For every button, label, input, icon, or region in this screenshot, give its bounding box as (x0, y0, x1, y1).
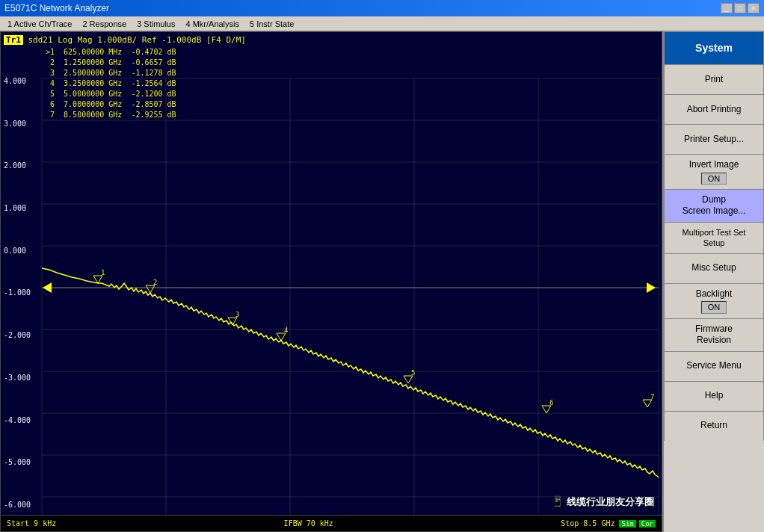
menu-response[interactable]: 2 Response (78, 19, 131, 29)
sidebar-return-btn[interactable]: Return (664, 411, 764, 441)
sidebar-system-btn[interactable]: System (664, 31, 764, 64)
status-indicators: Sim Cor (619, 520, 656, 528)
sidebar-invert-image-btn[interactable]: Invert Image ON (664, 154, 764, 189)
start-freq: Start 9 kHz (7, 519, 56, 528)
marker-5-symbol (404, 376, 413, 383)
svg-text:3: 3 (235, 311, 239, 318)
menu-mkr-analysis[interactable]: 4 Mkr/Analysis (181, 19, 244, 29)
sidebar-dump-screen-btn[interactable]: Dump Screen Image... (664, 189, 764, 222)
marker-2: 2 1.2500000 GHz -0.6657 dB (46, 58, 176, 68)
marker-5: 5 5.0000000 GHz -2.1200 dB (46, 89, 176, 99)
cor-badge: Cor (639, 520, 656, 528)
sidebar-abort-printing-btn[interactable]: Abort Printing (664, 94, 764, 124)
svg-text:7: 7 (650, 393, 654, 400)
sidebar-printer-setup-btn[interactable]: Printer Setup... (664, 124, 764, 154)
sidebar-multiport-btn[interactable]: Multiport Test Set Setup (664, 222, 764, 253)
markers-table: >1 625.00000 MHz -0.4702 dB 2 1.2500000 … (46, 47, 176, 120)
right-ref-arrow (647, 282, 656, 293)
trace-waveform (42, 268, 659, 477)
marker-1: >1 625.00000 MHz -0.4702 dB (46, 47, 176, 58)
chart-area: Tr1 sdd21 Log Mag 1.000dB/ Ref -1.000dB … (0, 31, 662, 532)
left-ref-arrow (43, 282, 52, 293)
minimize-button[interactable]: _ (721, 3, 733, 13)
svg-text:6: 6 (549, 399, 553, 406)
window-controls[interactable]: _ □ × (721, 3, 760, 13)
sidebar: System Print Abort Printing Printer Setu… (662, 31, 764, 532)
sidebar-firmware-btn[interactable]: Firmware Revision (664, 318, 764, 351)
menu-instr-state[interactable]: 5 Instr State (245, 19, 298, 29)
main-area: Tr1 sdd21 Log Mag 1.000dB/ Ref -1.000dB … (0, 31, 764, 532)
stop-freq: Stop 8.5 GHz (561, 519, 614, 528)
marker-7: 7 8.5000000 GHz -2.9255 dB (46, 110, 176, 120)
trace-label: Tr1 sdd21 Log Mag 1.000dB/ Ref -1.000dB … (4, 35, 246, 45)
invert-image-status: ON (701, 173, 727, 185)
sidebar-print-btn[interactable]: Print (664, 64, 764, 94)
sidebar-help-btn[interactable]: Help (664, 381, 764, 411)
maximize-button[interactable]: □ (734, 3, 746, 13)
title-bar: E5071C Network Analyzer _ □ × (0, 0, 764, 16)
trace-id: Tr1 (4, 35, 23, 45)
marker-4: 4 3.2500000 GHz -1.2564 dB (46, 78, 176, 89)
marker-3: 3 2.5000000 GHz -1.1278 dB (46, 68, 176, 78)
svg-text:5: 5 (411, 369, 415, 377)
marker-7-symbol (643, 400, 652, 407)
menu-bar: 1 Active Ch/Trace 2 Response 3 Stimulus … (0, 16, 764, 31)
svg-text:4: 4 (284, 327, 288, 334)
sim-badge: Sim (619, 520, 635, 528)
svg-text:2: 2 (153, 279, 157, 286)
marker-6: 6 7.0000000 GHz -2.8507 dB (46, 99, 176, 110)
trace-info: sdd21 Log Mag 1.000dB/ Ref -1.000dB [F4 … (28, 35, 246, 45)
backlight-status: ON (701, 301, 727, 313)
sidebar-backlight-btn[interactable]: Backlight ON (664, 283, 764, 318)
menu-stimulus[interactable]: 3 Stimulus (132, 19, 179, 29)
bottom-bar: Start 9 kHz IFBW 70 kHz Stop 8.5 GHz Sim… (1, 515, 662, 531)
menu-active-ch[interactable]: 1 Active Ch/Trace (3, 19, 76, 29)
marker-6-symbol (542, 406, 551, 413)
ifbw: IFBW 70 kHz (284, 519, 333, 528)
sidebar-misc-setup-btn[interactable]: Misc Setup (664, 253, 764, 283)
marker-2-symbol (146, 285, 155, 293)
sidebar-service-menu-btn[interactable]: Service Menu (664, 351, 764, 381)
close-button[interactable]: × (748, 3, 760, 13)
watermark: 📱 线缆行业朋友分享圈 (551, 495, 654, 509)
app-title: E5071C Network Analyzer (4, 3, 109, 13)
svg-text:1: 1 (101, 269, 105, 276)
